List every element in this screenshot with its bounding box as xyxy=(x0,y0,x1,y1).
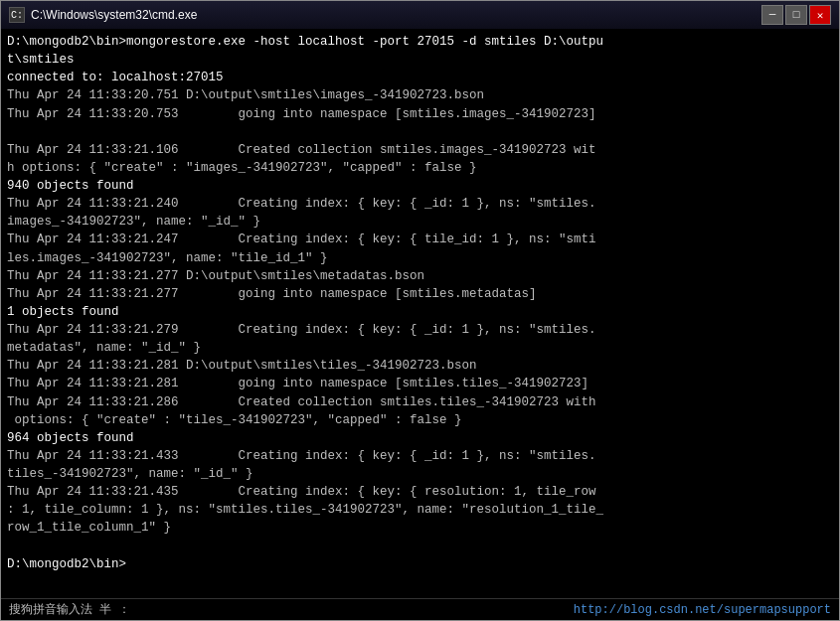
terminal-line: Thu Apr 24 11:33:21.106 Created collecti… xyxy=(7,141,833,159)
terminal-line: les.images_-341902723", name: "tile_id_1… xyxy=(7,249,833,267)
terminal-line: tiles_-341902723", name: "_id_" } xyxy=(7,465,833,483)
terminal-line: D:\mongodb2\bin>mongorestore.exe -host l… xyxy=(7,33,833,51)
minimize-button[interactable]: ─ xyxy=(761,5,783,25)
terminal-line: images_-341902723", name: "_id_" } xyxy=(7,213,833,231)
terminal-line: : 1, tile_column: 1 }, ns: "smtiles.tile… xyxy=(7,501,833,519)
window-controls: ─ □ ✕ xyxy=(761,5,831,25)
terminal-line: t\smtiles xyxy=(7,51,833,69)
terminal-line: 940 objects found xyxy=(7,177,833,195)
terminal-line: Thu Apr 24 11:33:21.247 Creating index: … xyxy=(7,231,833,248)
terminal-line: 1 objects found xyxy=(7,303,833,321)
terminal-line: Thu Apr 24 11:33:21.277 going into names… xyxy=(7,285,833,303)
url-status: http://blog.csdn.net/supermapsupport xyxy=(574,603,831,617)
status-bar: 搜狗拼音输入法 半 ： http://blog.csdn.net/superma… xyxy=(1,598,839,620)
terminal-line: h options: { "create" : "images_-3419027… xyxy=(7,159,833,177)
terminal-line: Thu Apr 24 11:33:21.277 D:\output\smtile… xyxy=(7,267,833,285)
terminal-line: Thu Apr 24 11:33:21.435 Creating index: … xyxy=(7,483,833,501)
terminal-line: Thu Apr 24 11:33:20.753 going into names… xyxy=(7,105,833,123)
terminal-line: Thu Apr 24 11:33:21.240 Creating index: … xyxy=(7,195,833,213)
terminal-line xyxy=(7,123,833,141)
terminal-line: Thu Apr 24 11:33:21.433 Creating index: … xyxy=(7,447,833,465)
terminal-line: row_1_tile_column_1" } xyxy=(7,519,833,537)
terminal-line xyxy=(7,538,833,555)
maximize-button[interactable]: □ xyxy=(785,5,807,25)
terminal-line: metadatas", name: "_id_" } xyxy=(7,339,833,357)
terminal-line: D:\mongodb2\bin> xyxy=(7,555,833,573)
terminal-line: Thu Apr 24 11:33:21.286 Created collecti… xyxy=(7,393,833,411)
ime-status: 搜狗拼音输入法 半 ： xyxy=(9,601,130,618)
window-title: C:\Windows\system32\cmd.exe xyxy=(31,8,197,22)
cmd-window: C: C:\Windows\system32\cmd.exe ─ □ ✕ D:\… xyxy=(0,0,840,621)
close-button[interactable]: ✕ xyxy=(809,5,831,25)
terminal-output: D:\mongodb2\bin>mongorestore.exe -host l… xyxy=(1,29,839,598)
cmd-icon: C: xyxy=(9,7,25,23)
terminal-line: 964 objects found xyxy=(7,429,833,447)
terminal-line: Thu Apr 24 11:33:20.751 D:\output\smtile… xyxy=(7,86,833,104)
title-bar: C: C:\Windows\system32\cmd.exe ─ □ ✕ xyxy=(1,1,839,29)
terminal-line: options: { "create" : "tiles_-341902723"… xyxy=(7,411,833,429)
terminal-line: connected to: localhost:27015 xyxy=(7,69,833,86)
terminal-line: Thu Apr 24 11:33:21.281 D:\output\smtile… xyxy=(7,357,833,375)
terminal-line: Thu Apr 24 11:33:21.281 going into names… xyxy=(7,375,833,392)
terminal-line: Thu Apr 24 11:33:21.279 Creating index: … xyxy=(7,321,833,339)
title-bar-left: C: C:\Windows\system32\cmd.exe xyxy=(9,7,197,23)
